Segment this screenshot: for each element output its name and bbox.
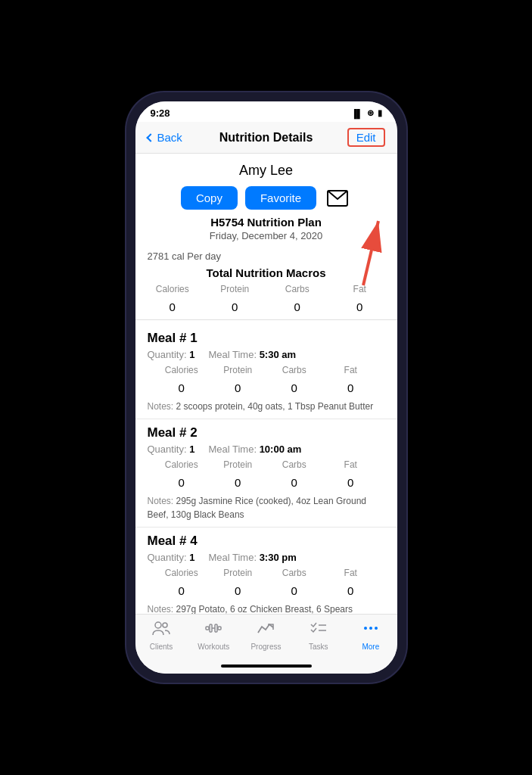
meal-1-notes: Notes: 2 scoops protein, 40g oats, 1 Tbs… xyxy=(148,399,385,412)
meal-2-time-value: 10:00 am xyxy=(260,444,302,455)
meal-4-macro-labels: Calories Protein Carbs Fat xyxy=(148,568,385,578)
more-icon xyxy=(362,621,380,640)
home-bar xyxy=(221,665,312,668)
phone-screen: 9:28 ▐▌ ⊛ ▮ Back Nutrition Details Edit … xyxy=(135,101,397,674)
meal-1-quantity-value: 1 xyxy=(189,349,194,360)
svg-point-2 xyxy=(163,623,167,627)
back-chevron-icon xyxy=(146,133,154,142)
home-indicator xyxy=(135,661,397,674)
meal-4-macro-values: 0 0 0 0 xyxy=(148,584,385,597)
meal-2-time-label: Meal Time: xyxy=(208,444,259,455)
meal-1-macro-labels: Calories Protein Carbs Fat xyxy=(148,365,385,375)
tab-more[interactable]: More xyxy=(348,621,394,651)
action-buttons: Copy Favorite xyxy=(148,186,385,210)
meal-1-section: Meal # 1 Quantity: 1 Meal Time: 5:30 am … xyxy=(135,325,397,419)
svg-rect-4 xyxy=(218,627,221,630)
svg-rect-5 xyxy=(210,624,212,632)
total-fat-value: 0 xyxy=(328,300,391,313)
total-macros-values: 0 0 0 0 xyxy=(135,300,397,313)
wifi-icon: ⊛ xyxy=(367,108,374,118)
meal-1-time-value: 5:30 am xyxy=(260,349,296,360)
meal-4-title: Meal # 4 xyxy=(148,534,385,549)
divider xyxy=(135,319,397,320)
back-button[interactable]: Back xyxy=(148,131,182,144)
workouts-icon xyxy=(204,621,222,640)
meal-2-macro-values: 0 0 0 0 xyxy=(148,476,385,489)
battery-icon: ▮ xyxy=(378,108,382,118)
total-carbs-value: 0 xyxy=(266,300,329,313)
meal-1-time-label: Meal Time: xyxy=(208,349,259,360)
svg-point-12 xyxy=(375,627,378,630)
tab-bar: Clients Workouts xyxy=(135,614,397,661)
user-header: Amy Lee Copy Favorite H5754 Nutrition Pl… xyxy=(135,154,397,251)
total-macros-title: Total Nutrition Macros xyxy=(135,266,397,279)
more-tab-label: More xyxy=(362,643,379,651)
clients-tab-label: Clients xyxy=(150,643,173,651)
meal-4-notes: Notes: 297g Potato, 6 oz Chicken Breast,… xyxy=(148,602,385,614)
svg-rect-3 xyxy=(206,627,209,630)
tab-workouts[interactable]: Workouts xyxy=(191,621,236,651)
user-name: Amy Lee xyxy=(148,163,385,179)
meal-4-time-value: 3:30 pm xyxy=(260,552,297,563)
status-time: 9:28 xyxy=(151,107,170,119)
phone-frame: 9:28 ▐▌ ⊛ ▮ Back Nutrition Details Edit … xyxy=(126,92,406,683)
svg-point-10 xyxy=(364,627,367,630)
tab-progress[interactable]: Progress xyxy=(243,621,288,651)
tasks-tab-label: Tasks xyxy=(309,643,328,651)
meal-4-quantity-label: Quantity: xyxy=(148,552,190,563)
meal-1-title: Meal # 1 xyxy=(148,331,385,346)
clients-icon xyxy=(152,621,170,640)
progress-icon xyxy=(257,621,275,640)
favorite-button[interactable]: Favorite xyxy=(245,186,316,210)
signal-icon: ▐▌ xyxy=(351,109,363,118)
total-macros-labels: Calories Protein Carbs Fat xyxy=(135,284,397,294)
meal-2-notes: Notes: 295g Jasmine Rice (cooked), 4oz L… xyxy=(148,493,385,521)
edit-button[interactable]: Edit xyxy=(347,128,385,147)
tab-tasks[interactable]: Tasks xyxy=(296,621,341,651)
meal-2-meta: Quantity: 1 Meal Time: 10:00 am xyxy=(148,444,385,455)
plan-title: H5754 Nutrition Plan xyxy=(148,216,385,229)
progress-tab-label: Progress xyxy=(250,643,281,651)
meal-2-quantity-value: 1 xyxy=(189,444,194,455)
meal-4-quantity-value: 1 xyxy=(189,552,194,563)
tab-clients[interactable]: Clients xyxy=(138,621,184,651)
svg-point-11 xyxy=(369,627,372,630)
macro-label-protein: Protein xyxy=(204,284,266,294)
meal-1-meta: Quantity: 1 Meal Time: 5:30 am xyxy=(148,349,385,360)
workouts-tab-label: Workouts xyxy=(198,643,229,651)
svg-point-1 xyxy=(155,622,161,628)
calories-per-day: 2781 cal Per day xyxy=(135,251,397,262)
content-area: Amy Lee Copy Favorite H5754 Nutrition Pl… xyxy=(135,154,397,614)
svg-rect-6 xyxy=(215,624,217,632)
page-title: Nutrition Details xyxy=(219,131,313,145)
meal-2-section: Meal # 2 Quantity: 1 Meal Time: 10:00 am… xyxy=(135,419,397,528)
total-protein-value: 0 xyxy=(204,300,266,313)
tasks-icon xyxy=(310,621,328,640)
meal-4-meta: Quantity: 1 Meal Time: 3:30 pm xyxy=(148,552,385,563)
nav-bar: Back Nutrition Details Edit xyxy=(135,122,397,154)
macro-label-carbs: Carbs xyxy=(266,284,329,294)
meal-4-section: Meal # 4 Quantity: 1 Meal Time: 3:30 pm … xyxy=(135,528,397,614)
back-label: Back xyxy=(157,131,182,144)
status-bar: 9:28 ▐▌ ⊛ ▮ xyxy=(135,101,397,122)
macro-label-calories: Calories xyxy=(142,284,204,294)
meal-2-title: Meal # 2 xyxy=(148,425,385,440)
status-icons: ▐▌ ⊛ ▮ xyxy=(351,108,382,118)
mail-icon[interactable] xyxy=(324,188,351,209)
plan-date: Friday, December 4, 2020 xyxy=(148,230,385,241)
meal-1-quantity-label: Quantity: xyxy=(148,349,190,360)
meal-4-time-label: Meal Time: xyxy=(208,552,259,563)
macro-label-fat: Fat xyxy=(328,284,391,294)
total-calories-value: 0 xyxy=(142,300,204,313)
meal-2-macro-labels: Calories Protein Carbs Fat xyxy=(148,459,385,470)
copy-button[interactable]: Copy xyxy=(181,186,238,210)
meal-1-macro-values: 0 0 0 0 xyxy=(148,381,385,394)
meal-2-quantity-label: Quantity: xyxy=(148,444,190,455)
